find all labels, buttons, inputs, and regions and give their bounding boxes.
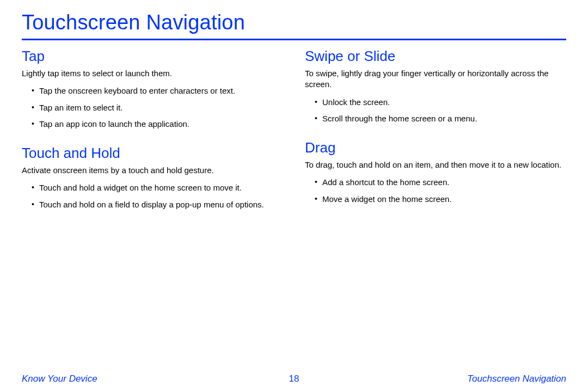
list-item: Move a widget on the home screen.: [315, 194, 566, 205]
list-item: Tap the onscreen keyboard to enter chara…: [32, 85, 283, 96]
content-columns: Tap Lightly tap items to select or launc…: [22, 48, 566, 225]
footer-left: Know Your Device: [22, 373, 97, 384]
list-item: Touch and hold a widget on the home scre…: [32, 182, 283, 193]
section-title: Swipe or Slide: [305, 48, 566, 65]
bullet-list: Tap the onscreen keyboard to enter chara…: [22, 85, 283, 130]
list-item: Touch and hold on a field to display a p…: [32, 199, 283, 210]
section-intro: To drag, touch and hold on an item, and …: [305, 160, 566, 170]
section-intro: Lightly tap items to select or launch th…: [22, 68, 283, 79]
footer-right: Touchscreen Navigation: [467, 373, 566, 384]
section-tap: Tap Lightly tap items to select or launc…: [22, 48, 283, 130]
page-footer: Know Your Device 18 Touchscreen Navigati…: [0, 373, 588, 384]
section-touch-and-hold: Touch and Hold Activate onscreen items b…: [22, 145, 283, 210]
bullet-list: Touch and hold a widget on the home scre…: [22, 182, 283, 210]
list-item: Add a shortcut to the home screen.: [315, 177, 566, 188]
section-intro: To swipe, lightly drag your finger verti…: [305, 68, 566, 90]
section-drag: Drag To drag, touch and hold on an item,…: [305, 139, 566, 205]
right-column: Swipe or Slide To swipe, lightly drag yo…: [305, 48, 566, 225]
bullet-list: Add a shortcut to the home screen. Move …: [305, 177, 566, 205]
section-title: Tap: [22, 48, 283, 65]
list-item: Tap an item to select it.: [32, 102, 283, 113]
list-item: Unlock the screen.: [315, 97, 566, 108]
list-item: Tap an app icon to launch the applicatio…: [32, 119, 283, 130]
footer-page-number: 18: [289, 373, 299, 384]
bullet-list: Unlock the screen. Scroll through the ho…: [305, 97, 566, 125]
left-column: Tap Lightly tap items to select or launc…: [22, 48, 283, 225]
list-item: Scroll through the home screen or a menu…: [315, 113, 566, 124]
section-swipe-or-slide: Swipe or Slide To swipe, lightly drag yo…: [305, 48, 566, 124]
section-title: Drag: [305, 139, 566, 156]
section-intro: Activate onscreen items by a touch and h…: [22, 165, 283, 176]
page-title: Touchscreen Navigation: [22, 11, 566, 40]
section-title: Touch and Hold: [22, 145, 283, 162]
